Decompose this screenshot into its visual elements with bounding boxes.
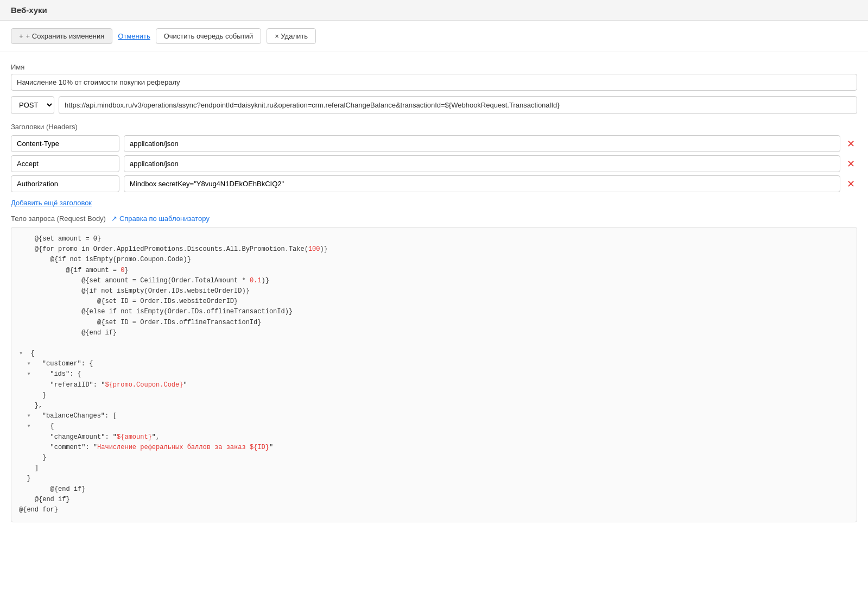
remove-header-1[interactable]: ✕ — [845, 159, 857, 169]
collapse-toggle-2[interactable]: ▾ — [27, 359, 34, 369]
delete-label: × Удалить — [275, 32, 308, 40]
external-link-icon: ↗ — [111, 214, 117, 223]
header-row-1: ✕ — [11, 155, 857, 172]
header-key-1[interactable] — [11, 155, 119, 172]
remove-header-2[interactable]: ✕ — [845, 179, 857, 189]
url-input[interactable] — [59, 96, 857, 114]
method-select[interactable]: POST — [11, 96, 54, 114]
page-title: Веб-хуки — [11, 5, 47, 15]
template-link[interactable]: ↗ Справка по шаблонизатору — [111, 214, 210, 223]
delete-button[interactable]: × Удалить — [267, 28, 316, 44]
header-row-2: ✕ — [11, 175, 857, 192]
headers-section: Заголовки (Headers) ✕ ✕ ✕ — [11, 123, 857, 192]
name-input[interactable] — [11, 74, 857, 91]
add-header-button[interactable]: Добавить ещё заголовок — [11, 199, 92, 207]
page-header: Веб-хуки — [0, 0, 868, 21]
headers-label: Заголовки (Headers) — [11, 123, 857, 131]
collapse-toggle-5[interactable]: ▾ — [27, 421, 34, 432]
add-header-label: Добавить ещё заголовок — [11, 199, 92, 207]
remove-header-0[interactable]: ✕ — [845, 139, 857, 149]
clear-button[interactable]: Очистить очередь событий — [156, 28, 261, 44]
toolbar: + + Сохранить изменения Отменить Очистит… — [0, 21, 868, 52]
header-value-1[interactable] — [124, 155, 840, 172]
save-label: + Сохранить изменения — [26, 32, 105, 40]
plus-icon: + — [19, 32, 23, 40]
clear-label: Очистить очередь событий — [164, 32, 253, 40]
save-button[interactable]: + + Сохранить изменения — [11, 28, 112, 44]
header-row-0: ✕ — [11, 135, 857, 152]
header-key-0[interactable] — [11, 135, 119, 152]
name-field-section: Имя — [11, 63, 857, 91]
code-editor: @{set amount = 0} @{for promo in Order.A… — [11, 227, 857, 522]
url-row: POST — [11, 96, 857, 114]
request-body-label: Тело запроса (Request Body) — [11, 214, 106, 223]
name-field-label: Имя — [11, 63, 857, 71]
collapse-toggle-4[interactable]: ▾ — [27, 411, 34, 421]
header-key-2[interactable] — [11, 175, 119, 192]
collapse-toggle-1[interactable]: ▾ — [19, 349, 27, 359]
header-value-0[interactable] — [124, 135, 840, 152]
request-body-header: Тело запроса (Request Body) ↗ Справка по… — [11, 214, 857, 223]
header-value-2[interactable] — [124, 175, 840, 192]
template-link-label: Справка по шаблонизатору — [119, 214, 210, 223]
cancel-button[interactable]: Отменить — [118, 32, 150, 40]
collapse-toggle-3[interactable]: ▾ — [27, 369, 34, 380]
cancel-label: Отменить — [118, 32, 150, 40]
